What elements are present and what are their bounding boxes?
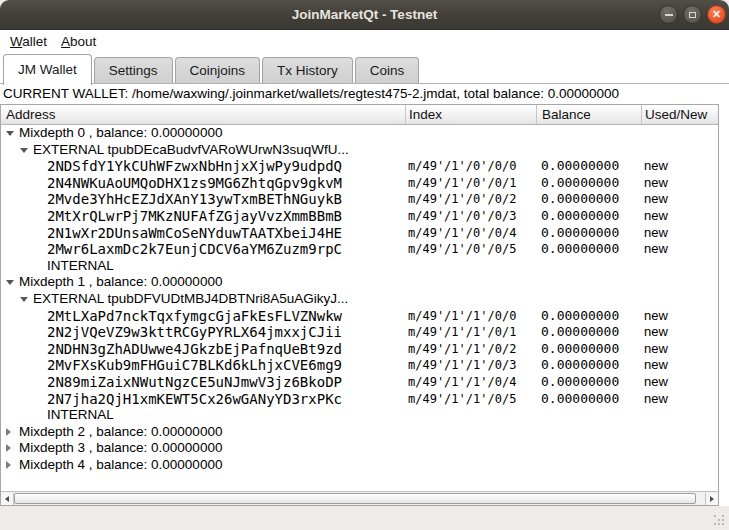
tree-group-row[interactable]: Mixdepth 2 , balance: 0.00000000 <box>1 424 718 441</box>
scroll-right-icon <box>710 496 714 502</box>
cell-index: m/49'/1'/0'/0/2 <box>405 191 516 208</box>
address-row[interactable]: 2Mwr6LaxmDc2k7EunjCDCV6aYM6Zuzm9rpCm/49'… <box>1 241 718 258</box>
cell-address: 2N2jVQeVZ9w3kttRCGyPYRLX64jmxxjCJii <box>1 324 342 341</box>
menu-wallet[interactable]: Wallet <box>3 32 54 51</box>
cell-balance: 0.00000000 <box>536 357 619 374</box>
cell-balance: 0.00000000 <box>536 241 619 258</box>
tab-jm-wallet[interactable]: JM Wallet <box>3 54 92 85</box>
scroll-left-icon <box>5 496 9 502</box>
tabs: JM WalletSettingsCoinjoinsTx HistoryCoin… <box>3 52 421 84</box>
cell-index: m/49'/1'/1'/0/5 <box>405 391 516 408</box>
cell-index: m/49'/1'/1'/0/0 <box>405 308 516 325</box>
cell-address: 2MtXrQLwrPj7MKzNUFAfZGjayVvzXmmBBmB <box>1 208 342 225</box>
maximize-button[interactable] <box>683 5 702 24</box>
row-label: Mixdepth 0 , balance: 0.00000000 <box>1 125 222 142</box>
address-row[interactable]: 2NDHN3gZhADUwwe4JGkzbEjPafnqUeBt9zdm/49'… <box>1 341 718 358</box>
cell-balance: 0.00000000 <box>536 324 619 341</box>
cell-index: m/49'/1'/1'/0/4 <box>405 374 516 391</box>
cell-address: 2Mwr6LaxmDc2k7EunjCDCV6aYM6Zuzm9rpC <box>1 241 342 258</box>
cell-index: m/49'/1'/0'/0/3 <box>405 208 516 225</box>
minus-icon <box>665 14 673 16</box>
row-label: Mixdepth 2 , balance: 0.00000000 <box>1 424 222 441</box>
titlebar[interactable]: JoinMarketQt - Testnet ✕ <box>0 0 729 30</box>
resize-grip-icon[interactable] <box>714 515 726 527</box>
row-label: Mixdepth 3 , balance: 0.00000000 <box>1 440 222 457</box>
address-row[interactable]: 2MtXrQLwrPj7MKzNUFAfZGjayVvzXmmBBmBm/49'… <box>1 208 718 225</box>
address-row[interactable]: 2NDSfdY1YkCUhWFzwxNbHnjxXjwPy9udpdQm/49'… <box>1 158 718 175</box>
tab-pane: CURRENT WALLET: /home/waxwing/.joinmarke… <box>0 84 729 506</box>
scroll-left-button[interactable] <box>1 493 14 505</box>
tab-tx-history[interactable]: Tx History <box>262 57 353 84</box>
tree-group-row[interactable]: EXTERNAL tpubDEcaBudvfVARoWUrwN3suqWfU..… <box>1 142 718 159</box>
joinmarket-window: JoinMarketQt - Testnet ✕ WalletAbout JM … <box>0 0 729 530</box>
window-title: JoinMarketQt - Testnet <box>0 0 729 30</box>
tab-coinjoins[interactable]: Coinjoins <box>175 57 261 84</box>
cell-balance: 0.00000000 <box>536 225 619 242</box>
status-bar <box>0 506 729 530</box>
cell-address: 2Mvde3YhHcEZJdXAnY13ywTxmBEThNGuykB <box>1 191 342 208</box>
wallet-address-tree[interactable]: AddressIndexBalanceUsed/New Mixdepth 0 ,… <box>0 104 719 506</box>
cell-used-new: new <box>641 391 668 408</box>
cell-used-new: new <box>641 175 668 192</box>
table-header: AddressIndexBalanceUsed/New <box>1 105 718 125</box>
tab-strip: JM WalletSettingsCoinjoinsTx HistoryCoin… <box>0 52 729 84</box>
tree-group-row[interactable]: Mixdepth 4 , balance: 0.00000000 <box>1 457 718 474</box>
window-controls: ✕ <box>659 5 726 24</box>
address-row[interactable]: 2N89miZaixNWutNgzCE5uNJmwV3jz6BkoDPm/49'… <box>1 374 718 391</box>
cell-index: m/49'/1'/1'/0/1 <box>405 324 516 341</box>
tree-group-row[interactable]: INTERNAL <box>1 258 718 275</box>
address-row[interactable]: 2N7jha2QjH1xmKEWT5Cx26wGANyYD3rxPKcm/49'… <box>1 391 718 408</box>
tree-group-row[interactable]: EXTERNAL tpubDFVUDtMBJ4DBTNri8A5uAGikyJ.… <box>1 291 718 308</box>
cell-address: 2N7jha2QjH1xmKEWT5Cx26wGANyYD3rxPKc <box>1 391 342 408</box>
cell-address: 2MtLXaPd7nckTqxfymgcGjaFkEsFLVZNwkw <box>1 308 342 325</box>
address-row[interactable]: 2MvFXsKub9mFHGuiC7BLKd6kLhjxCVE6mg9m/49'… <box>1 357 718 374</box>
tree-group-row[interactable]: Mixdepth 0 , balance: 0.00000000 <box>1 125 718 142</box>
tree-group-row[interactable]: Mixdepth 1 , balance: 0.00000000 <box>1 274 718 291</box>
cell-used-new: new <box>641 308 668 325</box>
tab-coins[interactable]: Coins <box>355 57 420 84</box>
horizontal-scrollbar[interactable] <box>1 491 718 505</box>
cell-index: m/49'/1'/0'/0/5 <box>405 241 516 258</box>
tab-settings[interactable]: Settings <box>94 57 173 84</box>
cell-balance: 0.00000000 <box>536 391 619 408</box>
tree-group-row[interactable]: Mixdepth 3 , balance: 0.00000000 <box>1 440 718 457</box>
cell-balance: 0.00000000 <box>536 175 619 192</box>
scroll-right-button[interactable] <box>705 493 718 505</box>
column-header-index[interactable]: Index <box>405 105 536 124</box>
tree-rows: Mixdepth 0 , balance: 0.00000000EXTERNAL… <box>1 125 718 473</box>
row-label: INTERNAL <box>1 258 114 275</box>
cell-address: 2N4NWKuAoUMQoDHX1zs9MG6ZhtqGpv9gkvM <box>1 175 342 192</box>
menu-bar: WalletAbout <box>0 30 729 52</box>
cell-used-new: new <box>641 158 668 175</box>
cell-used-new: new <box>641 324 668 341</box>
cell-index: m/49'/1'/0'/0/4 <box>405 225 516 242</box>
address-row[interactable]: 2N4NWKuAoUMQoDHX1zs9MG6ZhtqGpv9gkvMm/49'… <box>1 175 718 192</box>
cross-icon: ✕ <box>712 9 721 20</box>
scrollbar-thumb[interactable] <box>14 493 696 504</box>
row-label: Mixdepth 1 , balance: 0.00000000 <box>1 274 222 291</box>
cell-balance: 0.00000000 <box>536 208 619 225</box>
cell-index: m/49'/1'/0'/0/1 <box>405 175 516 192</box>
address-row[interactable]: 2MtLXaPd7nckTqxfymgcGjaFkEsFLVZNwkwm/49'… <box>1 308 718 325</box>
address-row[interactable]: 2N1wXr2DUnsaWmCoSeNYduwTAATXbeiJ4HEm/49'… <box>1 225 718 242</box>
column-header-address[interactable]: Address <box>1 105 405 124</box>
row-label: Mixdepth 4 , balance: 0.00000000 <box>1 457 222 474</box>
cell-used-new: new <box>641 225 668 242</box>
tree-group-row[interactable]: INTERNAL <box>1 407 718 424</box>
row-label: EXTERNAL tpubDFVUDtMBJ4DBTNri8A5uAGikyJ.… <box>1 291 348 308</box>
address-row[interactable]: 2Mvde3YhHcEZJdXAnY13ywTxmBEThNGuykBm/49'… <box>1 191 718 208</box>
row-label: EXTERNAL tpubDEcaBudvfVARoWUrwN3suqWfU..… <box>1 142 349 159</box>
close-button[interactable]: ✕ <box>707 5 726 24</box>
cell-index: m/49'/1'/0'/0/0 <box>405 158 516 175</box>
address-row[interactable]: 2N2jVQeVZ9w3kttRCGyPYRLX64jmxxjCJiim/49'… <box>1 324 718 341</box>
column-header-balance[interactable]: Balance <box>536 105 641 124</box>
cell-address: 2NDHN3gZhADUwwe4JGkzbEjPafnqUeBt9zd <box>1 341 342 358</box>
minimize-button[interactable] <box>659 5 678 24</box>
cell-used-new: new <box>641 208 668 225</box>
square-icon <box>689 12 696 18</box>
menu-about[interactable]: About <box>54 32 103 51</box>
cell-address: 2MvFXsKub9mFHGuiC7BLKd6kLhjxCVE6mg9 <box>1 357 342 374</box>
cell-balance: 0.00000000 <box>536 374 619 391</box>
column-header-used-new[interactable]: Used/New <box>641 105 718 124</box>
cell-balance: 0.00000000 <box>536 191 619 208</box>
